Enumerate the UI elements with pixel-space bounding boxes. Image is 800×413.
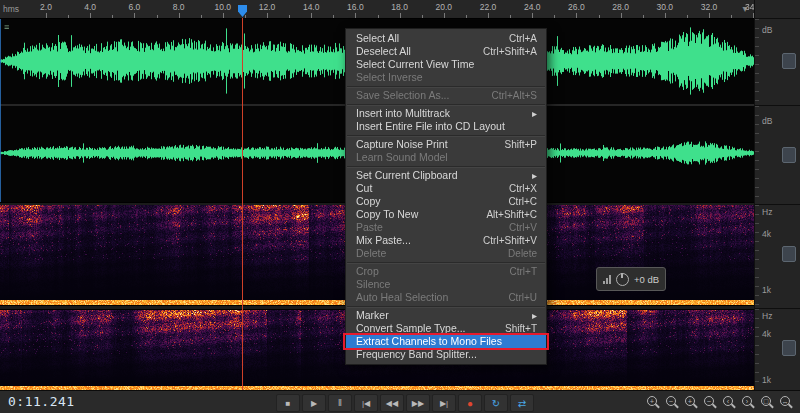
- menu-item[interactable]: [347, 262, 545, 263]
- menu-item-shortcut: ▸: [520, 309, 537, 322]
- ruler-tick-label: 26.0: [568, 2, 585, 12]
- status-bar: 0:11.241 ■ ▶ Ⅱ |◀ ◀◀: [0, 390, 800, 413]
- ruler-tick: [665, 13, 666, 18]
- db-scale-label: dB: [762, 25, 772, 35]
- ruler-tick: [333, 15, 334, 18]
- menu-item-label: Select Inverse: [356, 71, 423, 84]
- menu-item-shortcut: Ctrl+U: [496, 291, 537, 304]
- menu-item-shortcut: Shift+T: [493, 322, 537, 335]
- play-button[interactable]: ▶: [302, 394, 326, 412]
- ruler-tick-label: 30.0: [657, 2, 674, 12]
- menu-item[interactable]: Extract Channels to Mono Files: [346, 335, 546, 348]
- ruler-tick: [444, 13, 445, 18]
- channel-badge[interactable]: [782, 147, 796, 163]
- menu-item-label: Copy: [356, 195, 381, 208]
- menu-item-label: Deselect All: [356, 45, 411, 58]
- ruler-tick-label: 14.0: [303, 2, 320, 12]
- volume-knob-icon[interactable]: [616, 273, 629, 286]
- ruler-tick: [510, 15, 511, 18]
- menu-item[interactable]: Select Current View Time: [346, 58, 546, 71]
- menu-item-shortcut: Ctrl+Alt+S: [479, 89, 537, 102]
- menu-item-shortcut: Ctrl+V: [497, 221, 537, 234]
- menu-item[interactable]: Learn Sound Model: [346, 151, 546, 164]
- skip-to-end-button[interactable]: ▶|: [432, 394, 456, 412]
- rewind-button[interactable]: ◀◀: [380, 394, 404, 412]
- ruler-tick: [179, 13, 180, 18]
- zoom-selection-left-icon[interactable]: ‹: [722, 395, 737, 410]
- pause-button[interactable]: Ⅱ: [328, 394, 352, 412]
- timeline-ruler[interactable]: hms ▾ 2.04.06.08.010.012.014.016.018.020…: [0, 0, 755, 19]
- ruler-tick: [378, 15, 379, 18]
- zoom-out-amplitude-icon[interactable]: −: [665, 395, 680, 410]
- menu-item-label: Copy To New: [356, 208, 418, 221]
- zoom-in-time-icon[interactable]: +: [684, 395, 699, 410]
- ruler-tick: [422, 15, 423, 18]
- menu-item-shortcut: ▸: [520, 107, 537, 120]
- menu-item[interactable]: [347, 86, 545, 87]
- menu-item[interactable]: Insert Entire File into CD Layout: [346, 120, 546, 133]
- menu-item[interactable]: Auto Heal Selection Ctrl+U: [346, 291, 546, 304]
- zoom-selection-right-icon[interactable]: ›: [741, 395, 756, 410]
- zoom-tools: + − + − ‹ ›: [646, 395, 794, 410]
- menu-item[interactable]: Paste Ctrl+V: [346, 221, 546, 234]
- ruler-tick-label: 6.0: [128, 2, 140, 12]
- skip-selection-button[interactable]: ⇄: [510, 394, 534, 412]
- zoom-in-amplitude-icon[interactable]: +: [646, 395, 661, 410]
- ruler-tick: [201, 15, 202, 18]
- menu-item-label: Silence: [356, 278, 390, 291]
- ruler-tick: [599, 15, 600, 18]
- ruler-tick: [532, 13, 533, 18]
- menu-item[interactable]: Convert Sample Type... Shift+T: [346, 322, 546, 335]
- menu-item-shortcut: Shift+P: [492, 138, 537, 151]
- ruler-tick: [267, 13, 268, 18]
- menu-item[interactable]: Copy To New Alt+Shift+C: [346, 208, 546, 221]
- menu-item[interactable]: Insert into Multitrack ▸: [346, 107, 546, 120]
- ruler-tick: [355, 13, 356, 18]
- menu-item[interactable]: Frequency Band Splitter...: [346, 348, 546, 361]
- fast-forward-button[interactable]: ▶▶: [406, 394, 430, 412]
- channel-badge[interactable]: [782, 340, 796, 356]
- menu-item[interactable]: Deselect All Ctrl+Shift+A: [346, 45, 546, 58]
- menu-item-shortcut: Ctrl+X: [497, 182, 537, 195]
- menu-item[interactable]: Save Selection As... Ctrl+Alt+S: [346, 89, 546, 102]
- ruler-tick-label: 16.0: [347, 2, 364, 12]
- zoom-full-icon[interactable]: ↔: [779, 395, 794, 410]
- vertical-scale-rail[interactable]: dB dB Hz 4k 1k Hz 4k 1k: [754, 0, 800, 390]
- channel-badge[interactable]: [782, 53, 796, 69]
- menu-item[interactable]: Cut Ctrl+X: [346, 182, 546, 195]
- menu-item[interactable]: Select Inverse: [346, 71, 546, 84]
- menu-item[interactable]: Capture Noise Print Shift+P: [346, 138, 546, 151]
- ruler-tick-label: 4.0: [84, 2, 96, 12]
- menu-item[interactable]: Select All Ctrl+A: [346, 32, 546, 45]
- menu-item[interactable]: Mix Paste... Ctrl+Shift+V: [346, 234, 546, 247]
- skip-to-start-button[interactable]: |◀: [354, 394, 378, 412]
- menu-item[interactable]: Marker ▸: [346, 309, 546, 322]
- ruler-tick: [289, 15, 290, 18]
- track-controls-icon[interactable]: ≡: [4, 22, 9, 32]
- ruler-tick-label: 28.0: [612, 2, 629, 12]
- stop-button[interactable]: ■: [276, 394, 300, 412]
- zoom-selection-icon[interactable]: □: [760, 395, 775, 410]
- menu-item[interactable]: Crop Ctrl+T: [346, 265, 546, 278]
- ruler-tick: [311, 13, 312, 18]
- menu-item[interactable]: Delete Delete: [346, 247, 546, 260]
- menu-item[interactable]: Copy Ctrl+C: [346, 195, 546, 208]
- ruler-tick: [46, 13, 47, 18]
- playhead-time-display[interactable]: 0:11.241: [8, 394, 75, 409]
- menu-item[interactable]: [347, 104, 545, 105]
- menu-item[interactable]: Set Current Clipboard ▸: [346, 169, 546, 182]
- menu-item[interactable]: [347, 166, 545, 167]
- menu-item[interactable]: [347, 306, 545, 307]
- menu-item[interactable]: [347, 135, 545, 136]
- menu-item-shortcut: Delete: [496, 247, 537, 260]
- zoom-out-time-icon[interactable]: −: [703, 395, 718, 410]
- ruler-tick: [245, 15, 246, 18]
- loop-playback-button[interactable]: ↻: [484, 394, 508, 412]
- menu-item[interactable]: Silence: [346, 278, 546, 291]
- channel-badge[interactable]: [782, 246, 796, 262]
- record-button[interactable]: ●: [458, 394, 482, 412]
- ruler-tick: [687, 15, 688, 18]
- volume-hud[interactable]: +0 dB: [596, 267, 666, 291]
- menu-item-shortcut: Ctrl+A: [497, 32, 537, 45]
- ruler-tick: [134, 13, 135, 18]
